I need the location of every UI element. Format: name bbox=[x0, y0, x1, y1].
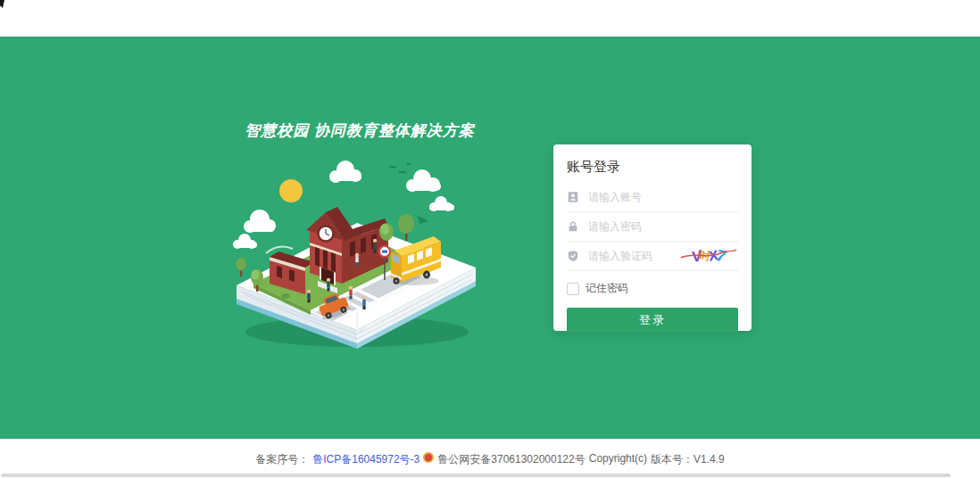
illustration-sun bbox=[279, 179, 303, 202]
lock-icon bbox=[567, 220, 579, 233]
police-record-text: 鲁公网安备37061302000122号 bbox=[437, 452, 585, 467]
icp-link[interactable]: 鲁ICP备16045972号-3 bbox=[312, 452, 419, 467]
hero-headline: 智慧校园 协同教育整体解决方案 bbox=[212, 120, 507, 141]
captcha-image[interactable]: V 时 X 7 bbox=[679, 244, 738, 268]
remember-checkbox[interactable] bbox=[567, 283, 579, 295]
account-icon bbox=[567, 191, 579, 203]
top-bar bbox=[0, 0, 980, 37]
illustration-paper-plane bbox=[418, 216, 428, 224]
illustration-birds bbox=[389, 164, 411, 174]
captcha-field-row: V 时 X 7 bbox=[567, 242, 738, 271]
login-card: 账号登录 V 时 X bbox=[553, 144, 752, 331]
copyright-text: Copyright(c) bbox=[589, 452, 647, 465]
captcha-input[interactable] bbox=[586, 249, 679, 263]
record-prefix: 备案序号： bbox=[255, 452, 309, 467]
captcha-char: 7 bbox=[716, 247, 727, 264]
public-security-badge-icon bbox=[423, 452, 434, 463]
hero-section: 智慧校园 协同教育整体解决方案 bbox=[0, 37, 980, 439]
footer: 备案序号： 鲁ICP备16045972号-3 鲁公网安备370613020001… bbox=[0, 439, 980, 474]
remember-label[interactable]: 记住密码 bbox=[586, 281, 628, 296]
account-input[interactable] bbox=[586, 190, 738, 204]
remember-password-row: 记住密码 bbox=[567, 281, 738, 296]
shield-icon bbox=[567, 250, 579, 262]
password-field-row bbox=[567, 212, 738, 242]
account-field-row bbox=[567, 183, 738, 212]
corner-artifact bbox=[0, 0, 4, 8]
password-input[interactable] bbox=[586, 219, 738, 234]
login-button[interactable]: 登录 bbox=[567, 308, 738, 333]
version-text: 版本号：V1.4.9 bbox=[651, 452, 725, 467]
horizontal-scrollbar-thumb[interactable] bbox=[1, 474, 951, 477]
campus-illustration bbox=[223, 153, 491, 358]
login-title: 账号登录 bbox=[567, 159, 738, 176]
